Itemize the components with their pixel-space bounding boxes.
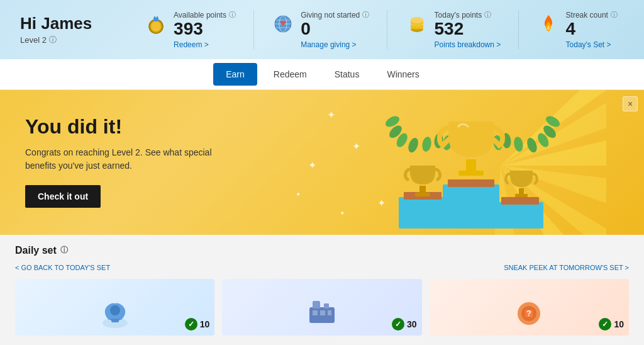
giving-info-icon[interactable]: ⓘ <box>362 10 369 20</box>
level-indicator: Level 2 ⓘ <box>20 35 108 45</box>
banner-close-button[interactable]: × <box>623 96 638 111</box>
stat-streak: Streak count ⓘ 4 Today's Set > <box>537 10 618 49</box>
level-text: Level 2 <box>20 35 47 45</box>
svg-point-13 <box>411 23 423 30</box>
giving-value: 0 <box>301 20 369 39</box>
card-2-image <box>303 295 341 329</box>
svg-point-15 <box>411 17 423 23</box>
redeem-link[interactable]: Redeem > <box>174 40 236 49</box>
card-1-check: ✓ <box>185 318 197 331</box>
navigation-tabs: Earn Redeem Status Winners <box>0 59 644 90</box>
greeting-text: Hi James <box>20 14 108 33</box>
streak-content: Streak count ⓘ 4 Today's Set > <box>566 10 618 49</box>
available-points-value: 393 <box>174 20 236 39</box>
card-3-points: ✓ 10 <box>599 318 624 331</box>
medal-icon <box>145 13 167 35</box>
card-1-image <box>96 295 134 329</box>
svg-rect-56 <box>328 310 331 315</box>
coins-icon <box>406 13 428 35</box>
stats-bar: Available points ⓘ 393 Redeem > <box>138 10 624 49</box>
stat-today-points: Today's points ⓘ 532 Points breakdown > <box>406 10 501 49</box>
streak-label: Streak count ⓘ <box>566 10 618 20</box>
daily-card-3[interactable]: ? ✓ 10 <box>430 279 629 336</box>
streak-value: 4 <box>566 20 618 39</box>
manage-giving-link[interactable]: Manage giving > <box>301 40 369 49</box>
svg-rect-45 <box>419 186 426 193</box>
level-info-icon[interactable]: ⓘ <box>49 35 57 45</box>
daily-set-header: Daily set ⓘ <box>15 245 629 256</box>
giving-label: Giving not started ⓘ <box>301 10 369 20</box>
today-set-link[interactable]: Today's Set > <box>566 40 618 49</box>
available-points-label: Available points ⓘ <box>174 10 236 20</box>
daily-card-1[interactable]: ✓ 10 <box>15 279 214 336</box>
daily-set-info-icon[interactable]: ⓘ <box>60 245 68 256</box>
flame-icon <box>537 13 560 35</box>
banner-title: You did it! <box>25 115 226 139</box>
tab-redeem[interactable]: Redeem <box>261 59 319 89</box>
svg-rect-46 <box>415 193 430 196</box>
divider-1 <box>253 10 254 49</box>
sparkle-3: ✦ <box>308 159 316 171</box>
divider-2 <box>387 10 387 49</box>
daily-set-navigation: < GO BACK TO TODAY'S SET SNEAK PEEK AT T… <box>15 264 629 271</box>
card-3-check: ✓ <box>599 318 611 331</box>
check-it-out-button[interactable]: Check it out <box>25 185 101 208</box>
available-points-info-icon[interactable]: ⓘ <box>229 10 236 20</box>
svg-rect-40 <box>448 179 494 187</box>
greeting-section: Hi James Level 2 ⓘ <box>20 14 108 45</box>
svg-point-27 <box>421 136 433 152</box>
banner-description: Congrats on reaching Level 2. See what s… <box>25 146 226 172</box>
svg-rect-38 <box>399 197 446 229</box>
streak-info-icon[interactable]: ⓘ <box>611 10 618 20</box>
sneak-peek-link[interactable]: SNEAK PEEK AT TOMORROW'S SET > <box>504 264 629 271</box>
svg-rect-37 <box>443 184 499 229</box>
today-points-content: Today's points ⓘ 532 Points breakdown > <box>435 10 501 49</box>
daily-card-2[interactable]: ✓ 30 <box>222 279 421 336</box>
svg-rect-53 <box>324 303 329 308</box>
sparkle-1: ✦ <box>327 109 335 121</box>
globe-icon <box>272 13 294 35</box>
sparkle-6: ✦ <box>340 210 345 217</box>
giving-content: Giving not started ⓘ 0 Manage giving > <box>301 10 369 49</box>
today-points-info-icon[interactable]: ⓘ <box>484 10 491 20</box>
svg-point-50 <box>110 305 120 315</box>
header: Hi James Level 2 ⓘ Available points ⓘ <box>0 0 644 59</box>
go-back-link[interactable]: < GO BACK TO TODAY'S SET <box>15 264 110 271</box>
tab-winners[interactable]: Winners <box>374 59 431 89</box>
svg-rect-44 <box>458 171 484 176</box>
svg-rect-39 <box>496 202 543 229</box>
card-2-points: ✓ 30 <box>392 318 417 331</box>
svg-point-26 <box>406 137 419 154</box>
svg-rect-55 <box>320 310 325 315</box>
daily-cards-container: ✓ 10 ✓ 30 ? <box>15 279 629 336</box>
tab-status[interactable]: Status <box>322 59 372 89</box>
card-1-points: ✓ 10 <box>185 318 210 331</box>
achievement-banner: ✦ ✦ ✦ ✦ ✦ ✦ <box>0 90 644 235</box>
svg-point-1 <box>151 21 161 31</box>
available-points-content: Available points ⓘ 393 Redeem > <box>174 10 236 49</box>
daily-set-section: Daily set ⓘ < GO BACK TO TODAY'S SET SNE… <box>0 235 644 336</box>
svg-point-33 <box>525 137 538 154</box>
svg-rect-47 <box>519 188 524 195</box>
trophy-illustration <box>355 96 594 235</box>
today-points-label: Today's points ⓘ <box>435 10 501 20</box>
svg-text:?: ? <box>527 309 531 318</box>
card-3-image: ? <box>510 296 548 331</box>
tab-earn[interactable]: Earn <box>213 63 257 86</box>
svg-rect-43 <box>466 159 476 172</box>
stat-available-points: Available points ⓘ 393 Redeem > <box>145 10 236 49</box>
svg-rect-48 <box>515 194 528 197</box>
divider-3 <box>518 10 519 49</box>
svg-rect-54 <box>313 310 318 315</box>
sparkle-5: ✦ <box>296 191 301 198</box>
card-2-check: ✓ <box>392 318 404 331</box>
today-points-value: 532 <box>435 20 501 39</box>
daily-set-title: Daily set ⓘ <box>15 245 68 256</box>
svg-rect-42 <box>501 197 539 205</box>
svg-rect-52 <box>313 301 320 308</box>
points-breakdown-link[interactable]: Points breakdown > <box>435 40 501 49</box>
banner-text-content: You did it! Congrats on reaching Level 2… <box>0 90 252 227</box>
svg-point-34 <box>513 136 524 152</box>
stat-giving: Giving not started ⓘ 0 Manage giving > <box>272 10 369 49</box>
